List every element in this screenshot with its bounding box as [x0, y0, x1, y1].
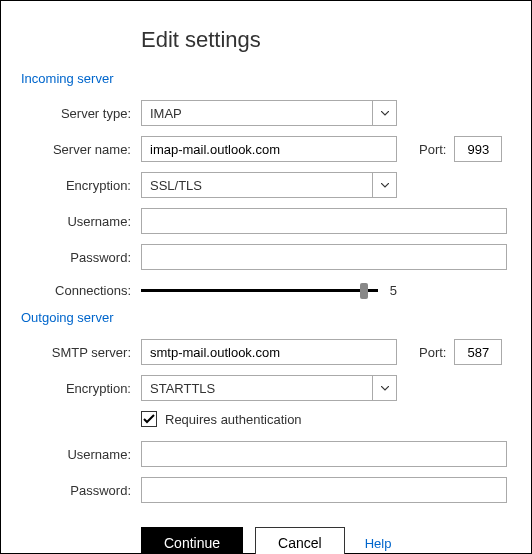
connections-value: 5 — [390, 283, 397, 298]
server-type-select[interactable]: IMAP — [141, 100, 397, 126]
requires-auth-checkbox[interactable] — [141, 411, 157, 427]
server-type-label: Server type: — [21, 106, 141, 121]
check-icon — [143, 414, 155, 424]
chevron-down-icon[interactable] — [372, 173, 396, 197]
connections-slider[interactable] — [141, 280, 378, 300]
chevron-down-icon[interactable] — [372, 376, 396, 400]
edit-settings-dialog: Edit settings Incoming server Server typ… — [0, 0, 532, 554]
dialog-title: Edit settings — [141, 27, 511, 53]
slider-track — [141, 289, 378, 292]
incoming-username-input[interactable] — [141, 208, 507, 234]
outgoing-password-label: Password: — [21, 483, 141, 498]
chevron-down-icon[interactable] — [372, 101, 396, 125]
outgoing-username-input[interactable] — [141, 441, 507, 467]
outgoing-port-input[interactable] — [454, 339, 502, 365]
server-type-value: IMAP — [142, 106, 372, 121]
incoming-port-label: Port: — [419, 142, 446, 157]
server-name-label: Server name: — [21, 142, 141, 157]
smtp-server-input[interactable] — [141, 339, 397, 365]
incoming-encryption-select[interactable]: SSL/TLS — [141, 172, 397, 198]
outgoing-username-label: Username: — [21, 447, 141, 462]
outgoing-encryption-label: Encryption: — [21, 381, 141, 396]
outgoing-server-header: Outgoing server — [21, 310, 511, 325]
cancel-button[interactable]: Cancel — [255, 527, 345, 554]
incoming-password-input[interactable] — [141, 244, 507, 270]
outgoing-encryption-value: STARTTLS — [142, 381, 372, 396]
outgoing-encryption-select[interactable]: STARTTLS — [141, 375, 397, 401]
incoming-encryption-value: SSL/TLS — [142, 178, 372, 193]
slider-thumb[interactable] — [360, 283, 368, 299]
incoming-username-label: Username: — [21, 214, 141, 229]
incoming-encryption-label: Encryption: — [21, 178, 141, 193]
continue-button[interactable]: Continue — [141, 527, 243, 554]
incoming-port-input[interactable] — [454, 136, 502, 162]
connections-label: Connections: — [21, 283, 141, 298]
outgoing-password-input[interactable] — [141, 477, 507, 503]
requires-auth-label: Requires authentication — [165, 412, 302, 427]
smtp-server-label: SMTP server: — [21, 345, 141, 360]
incoming-password-label: Password: — [21, 250, 141, 265]
incoming-server-header: Incoming server — [21, 71, 511, 86]
server-name-input[interactable] — [141, 136, 397, 162]
help-link[interactable]: Help — [365, 536, 392, 551]
outgoing-port-label: Port: — [419, 345, 446, 360]
